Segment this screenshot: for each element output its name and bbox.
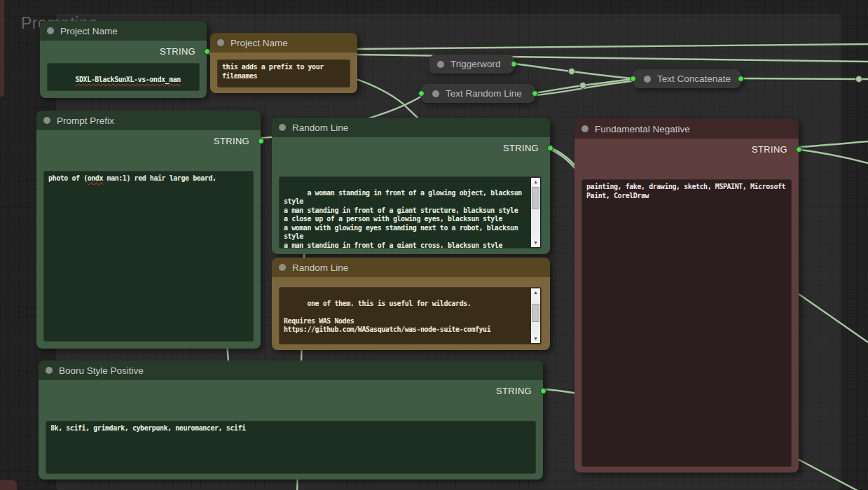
node-body: STRING a woman standing in front of a gl…: [272, 137, 550, 254]
node-header[interactable]: Booru Style Positive: [39, 360, 543, 380]
node-title: Random Line: [292, 122, 348, 133]
node-body: STRING photo of (ondx man:1) red hair la…: [36, 130, 261, 349]
reroute-dot[interactable]: [569, 69, 575, 75]
output-slot-string[interactable]: [540, 388, 546, 394]
wire: [741, 78, 868, 79]
node-title: Random Line: [292, 262, 348, 273]
collapse-dot-icon[interactable]: [279, 264, 286, 271]
node-triggerword-collapsed[interactable]: Triggerword: [429, 55, 514, 74]
node-body: STRING SDXL-BlackSunXL-vs-ondx_man: [40, 41, 207, 98]
node-prompt-prefix[interactable]: Prompt Prefix STRING photo of (ondx man:…: [36, 111, 261, 349]
collapse-dot-icon[interactable]: [46, 367, 53, 374]
node-body: STRING 8k, scifi, grimdark, cyberpunk, n…: [39, 380, 543, 479]
output-slot-string[interactable]: [204, 48, 210, 55]
string-value-field[interactable]: painting, fake, drawing, sketch, MSPAINT…: [581, 179, 792, 467]
node-fundamental-negative[interactable]: Fundamental Negative STRING painting, fa…: [574, 119, 799, 472]
output-slot-label: STRING: [503, 143, 539, 154]
note-text-field[interactable]: one of them. this is useful for wildcard…: [279, 287, 542, 344]
output-slot-label: STRING: [160, 46, 195, 57]
node-project-name-note[interactable]: Project Name this adds a prefix to your …: [210, 33, 357, 93]
scroll-down-icon[interactable]: ▼: [531, 239, 540, 247]
output-slot-string[interactable]: [738, 76, 744, 82]
collapse-dot-icon[interactable]: [437, 61, 444, 68]
input-slot-text[interactable]: [630, 76, 636, 82]
output-slot-string[interactable]: [511, 61, 517, 67]
input-slot-text[interactable]: [418, 90, 425, 97]
scroll-up-icon[interactable]: ▲: [531, 288, 540, 297]
output-slot-string[interactable]: [532, 90, 538, 97]
node-body: one of them. this is useful for wildcard…: [272, 277, 550, 350]
output-slot-string[interactable]: [547, 145, 553, 151]
output-slot-label: STRING: [214, 136, 249, 147]
node-title: Booru Style Positive: [59, 365, 144, 376]
node-header[interactable]: Random Line: [272, 118, 550, 137]
comfyui-canvas[interactable]: { "canvas": { "group_title": "Prompting"…: [0, 0, 868, 490]
string-value-field[interactable]: SDXL-BlackSunXL-vs-ondx_man: [47, 63, 200, 91]
scroll-down-icon[interactable]: ▼: [531, 335, 540, 343]
node-booru-style-positive[interactable]: Booru Style Positive STRING 8k, scifi, g…: [39, 360, 543, 479]
wire: [790, 141, 868, 148]
node-body: STRING painting, fake, drawing, sketch, …: [574, 139, 799, 472]
node-title: Project Name: [230, 38, 288, 48]
node-title: Text Concatenate: [657, 74, 731, 84]
collapse-dot-icon[interactable]: [644, 76, 651, 83]
node-random-line[interactable]: Random Line STRING a woman standing in f…: [272, 118, 550, 254]
node-header[interactable]: Fundamental Negative: [574, 119, 799, 139]
wire: [799, 294, 868, 342]
node-header[interactable]: Random Line: [272, 258, 550, 277]
output-slot-label: STRING: [752, 144, 787, 155]
node-text-random-line-collapsed[interactable]: Text Random Line: [421, 84, 535, 103]
output-slot-string[interactable]: [796, 146, 802, 153]
scroll-thumb[interactable]: [532, 304, 539, 322]
collapse-dot-icon[interactable]: [43, 117, 50, 124]
output-slot-label: STRING: [496, 386, 532, 397]
node-title: Project Name: [60, 26, 118, 36]
node-body: this adds a prefix to your filenames: [210, 52, 357, 93]
node-title: Triggerword: [450, 59, 501, 69]
wire: [798, 459, 868, 490]
collapse-dot-icon[interactable]: [432, 90, 439, 97]
note-text-field[interactable]: this adds a prefix to your filenames: [217, 59, 350, 88]
node-header[interactable]: Prompt Prefix: [36, 111, 261, 130]
lines-text-field[interactable]: a woman standing in front of a glowing o…: [279, 176, 542, 248]
string-value-field[interactable]: photo of (ondx man:1) red hair large bea…: [43, 171, 254, 342]
node-title: Prompt Prefix: [57, 115, 114, 126]
reroute-dot[interactable]: [856, 76, 862, 83]
node-header[interactable]: Project Name: [210, 33, 357, 52]
scrollbar[interactable]: ▲ ▼: [531, 288, 540, 343]
collapse-dot-icon[interactable]: [47, 27, 54, 34]
node-random-line-note[interactable]: Random Line one of them. this is useful …: [272, 258, 550, 350]
node-title: Text Random Line: [446, 88, 522, 99]
collapse-dot-icon[interactable]: [217, 39, 224, 46]
node-project-name[interactable]: Project Name STRING SDXL-BlackSunXL-vs-o…: [40, 21, 207, 98]
collapse-dot-icon[interactable]: [279, 124, 286, 131]
node-text-concatenate-collapsed[interactable]: Text Concatenate: [633, 69, 741, 88]
string-value-field[interactable]: 8k, scifi, grimdark, cyberpunk, neuroman…: [46, 421, 536, 474]
node-title: Fundamental Negative: [595, 124, 690, 134]
node-header[interactable]: Project Name: [40, 21, 207, 41]
collapse-dot-icon[interactable]: [581, 125, 588, 132]
output-slot-string[interactable]: [258, 138, 264, 144]
scroll-up-icon[interactable]: ▲: [531, 178, 540, 186]
reroute-dot[interactable]: [580, 83, 586, 89]
scrollbar[interactable]: ▲ ▼: [531, 178, 540, 247]
scroll-thumb[interactable]: [532, 187, 539, 209]
